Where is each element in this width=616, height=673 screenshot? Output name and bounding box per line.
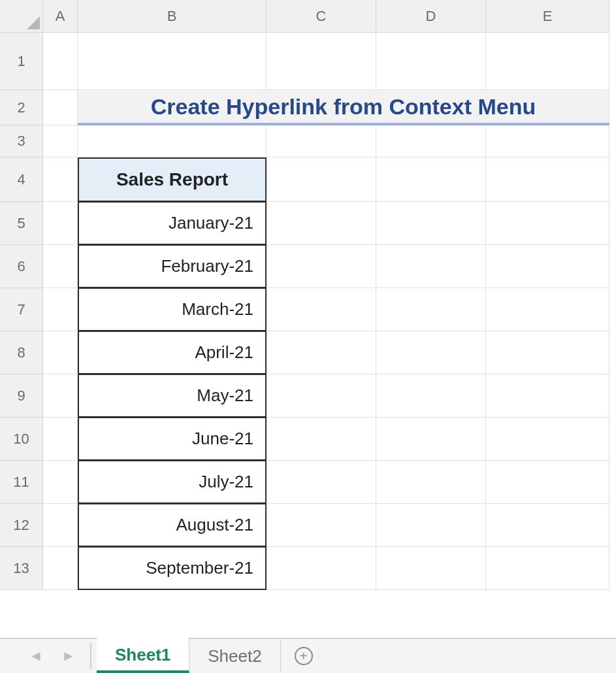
cell-A6[interactable] — [43, 245, 78, 288]
col-header-E[interactable]: E — [486, 0, 609, 33]
cell-E7[interactable] — [486, 288, 609, 331]
table-row[interactable]: April-21 — [78, 331, 267, 374]
row-header-11[interactable]: 11 — [0, 461, 43, 504]
cell-D13[interactable] — [376, 547, 486, 590]
table-row[interactable]: August-21 — [78, 504, 267, 547]
spreadsheet-grid: A B C D E 1 2 Create Hyperlink from Cont… — [0, 0, 616, 616]
col-header-C[interactable]: C — [267, 0, 376, 33]
cell-D9[interactable] — [376, 374, 486, 418]
row-header-6[interactable]: 6 — [0, 245, 43, 288]
cell-D1[interactable] — [376, 33, 486, 90]
cell-C9[interactable] — [267, 374, 376, 418]
table-row[interactable]: September-21 — [78, 547, 267, 590]
cell-A12[interactable] — [43, 504, 78, 547]
cell-C7[interactable] — [267, 288, 376, 331]
cell-D3[interactable] — [376, 125, 486, 157]
cell-E10[interactable] — [486, 418, 609, 461]
cell-C11[interactable] — [267, 461, 376, 504]
cell-D5[interactable] — [376, 202, 486, 245]
table-row[interactable]: May-21 — [78, 374, 267, 418]
cell-D10[interactable] — [376, 418, 486, 461]
cell-B1[interactable] — [78, 33, 267, 90]
row-header-2[interactable]: 2 — [0, 90, 43, 125]
row-header-1[interactable]: 1 — [0, 33, 43, 90]
cell-D6[interactable] — [376, 245, 486, 288]
row-header-4[interactable]: 4 — [0, 157, 43, 202]
cell-D8[interactable] — [376, 331, 486, 374]
cell-C8[interactable] — [267, 331, 376, 374]
cell-E6[interactable] — [486, 245, 609, 288]
cell-A3[interactable] — [43, 125, 78, 157]
table-row[interactable]: January-21 — [78, 202, 267, 245]
triangle-right-icon: ► — [61, 648, 76, 665]
cell-E8[interactable] — [486, 331, 609, 374]
tab-nav-next[interactable]: ► — [52, 639, 85, 673]
row-header-12[interactable]: 12 — [0, 504, 43, 547]
sheet-tab-bar: ◄ ► Sheet1 Sheet2 + — [0, 638, 616, 673]
tab-nav-prev[interactable]: ◄ — [20, 639, 52, 673]
cell-A7[interactable] — [43, 288, 78, 331]
col-header-B[interactable]: B — [78, 0, 267, 33]
cell-A10[interactable] — [43, 418, 78, 461]
cell-E12[interactable] — [486, 504, 609, 547]
cell-C10[interactable] — [267, 418, 376, 461]
cell-E4[interactable] — [486, 157, 609, 202]
cell-C12[interactable] — [267, 504, 376, 547]
cell-A1[interactable] — [43, 33, 78, 90]
cell-C5[interactable] — [267, 202, 376, 245]
cell-D12[interactable] — [376, 504, 486, 547]
cell-E9[interactable] — [486, 374, 609, 418]
cell-C6[interactable] — [267, 245, 376, 288]
row-header-3[interactable]: 3 — [0, 125, 43, 157]
cell-C13[interactable] — [267, 547, 376, 590]
row-header-5[interactable]: 5 — [0, 202, 43, 245]
cell-E13[interactable] — [486, 547, 609, 590]
plus-circle-icon: + — [295, 647, 313, 665]
row-header-7[interactable]: 7 — [0, 288, 43, 331]
cell-E3[interactable] — [486, 125, 609, 157]
cell-E1[interactable] — [486, 33, 609, 90]
table-row[interactable]: June-21 — [78, 418, 267, 461]
cell-C4[interactable] — [267, 157, 376, 202]
table-row[interactable]: March-21 — [78, 288, 267, 331]
col-header-A[interactable]: A — [43, 0, 78, 33]
cell-C1[interactable] — [267, 33, 376, 90]
tab-divider — [90, 643, 91, 669]
sheet-tab-sheet1[interactable]: Sheet1 — [97, 639, 189, 673]
triangle-left-icon: ◄ — [29, 648, 43, 665]
cell-A9[interactable] — [43, 374, 78, 418]
cell-A11[interactable] — [43, 461, 78, 504]
cell-A5[interactable] — [43, 202, 78, 245]
cell-D7[interactable] — [376, 288, 486, 331]
cell-A4[interactable] — [43, 157, 78, 202]
add-sheet-button[interactable]: + — [281, 639, 327, 673]
cell-D11[interactable] — [376, 461, 486, 504]
cell-C3[interactable] — [267, 125, 376, 157]
table-row[interactable]: February-21 — [78, 245, 267, 288]
cell-A2[interactable] — [43, 90, 78, 125]
page-title[interactable]: Create Hyperlink from Context Menu — [78, 90, 609, 125]
cell-B3[interactable] — [78, 125, 267, 157]
table-row[interactable]: July-21 — [78, 461, 267, 504]
cell-E11[interactable] — [486, 461, 609, 504]
select-all-corner[interactable] — [0, 0, 43, 33]
cell-A13[interactable] — [43, 547, 78, 590]
cell-A8[interactable] — [43, 331, 78, 374]
table-header[interactable]: Sales Report — [78, 157, 267, 202]
row-header-10[interactable]: 10 — [0, 418, 43, 461]
cell-D4[interactable] — [376, 157, 486, 202]
sheet-tab-sheet2[interactable]: Sheet2 — [189, 639, 280, 673]
row-header-13[interactable]: 13 — [0, 547, 43, 590]
cell-E5[interactable] — [486, 202, 609, 245]
row-header-9[interactable]: 9 — [0, 374, 43, 418]
col-header-D[interactable]: D — [376, 0, 486, 33]
row-header-8[interactable]: 8 — [0, 331, 43, 374]
